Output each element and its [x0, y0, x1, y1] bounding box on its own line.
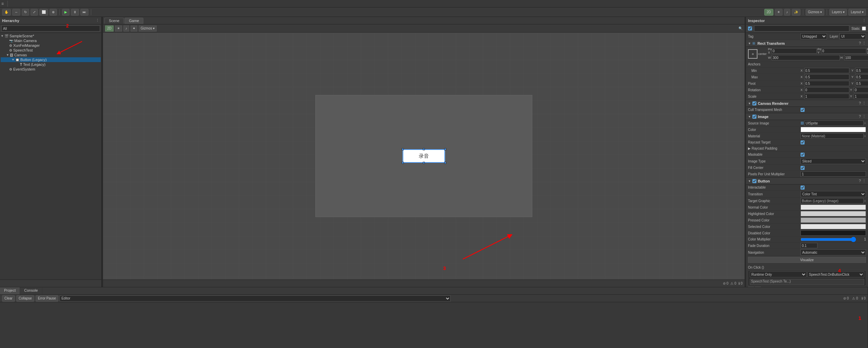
- object-active-checkbox[interactable]: [748, 26, 752, 31]
- transition-select[interactable]: Color Tint: [801, 191, 866, 197]
- clear-btn[interactable]: Clear: [2, 295, 15, 302]
- editor-select[interactable]: Editor: [60, 295, 450, 302]
- scale-y[interactable]: [854, 94, 868, 99]
- color-multiplier-slider[interactable]: [801, 237, 856, 241]
- play-btn[interactable]: ▶: [62, 9, 70, 16]
- button-in-scene[interactable]: 录音: [403, 149, 445, 163]
- tree-item-eventsystem[interactable]: ▶ ⚙ EventSystem: [1, 67, 101, 72]
- project-tab[interactable]: Project: [0, 287, 20, 294]
- rect-transform-header[interactable]: ▼ ⊞ Rect Transform ? ⋮: [746, 40, 868, 47]
- disabled-color-swatch[interactable]: [801, 230, 866, 236]
- pivot-y[interactable]: [855, 81, 868, 86]
- rotate-tool-btn[interactable]: ↻: [22, 9, 29, 16]
- normal-color-swatch[interactable]: [801, 205, 866, 210]
- console-tab[interactable]: Console: [20, 287, 42, 294]
- inspector-menu-btn[interactable]: ⋮: [862, 18, 866, 23]
- image-enable[interactable]: [752, 115, 756, 119]
- width[interactable]: [772, 55, 840, 60]
- anchor-max-y[interactable]: [855, 74, 868, 80]
- scene-fx-btn[interactable]: ✦: [131, 25, 137, 32]
- handle-br[interactable]: [444, 162, 446, 164]
- scene-tab-game[interactable]: Game: [124, 18, 143, 24]
- handle-tm[interactable]: [423, 148, 425, 150]
- 2d-btn[interactable]: 2D: [764, 9, 773, 16]
- image-header[interactable]: ▼ Image ?⋮: [746, 113, 868, 120]
- button-header[interactable]: ▼ Button ?⋮: [746, 178, 868, 185]
- source-image-picker[interactable]: ○: [864, 121, 866, 125]
- image-type-select[interactable]: Sliced: [801, 158, 866, 164]
- cull-checkbox[interactable]: [801, 108, 805, 112]
- collapse-btn[interactable]: Collapse: [16, 295, 34, 302]
- tag-select[interactable]: Untagged: [801, 33, 827, 39]
- rot-x[interactable]: [804, 87, 849, 93]
- layer-select[interactable]: UI: [840, 33, 866, 39]
- scene-gizmos-btn[interactable]: Gizmos ▾: [139, 25, 157, 32]
- material-field[interactable]: None (Material): [801, 133, 864, 139]
- error-pause-btn[interactable]: Error Pause: [36, 295, 58, 302]
- pressed-color-swatch[interactable]: [801, 217, 866, 223]
- scene-audio-btn[interactable]: ♪: [123, 25, 129, 32]
- button-enable[interactable]: [752, 179, 756, 183]
- height[interactable]: [844, 55, 868, 60]
- lighting-btn[interactable]: ☀: [775, 9, 783, 16]
- tree-item-xunfeimanager[interactable]: ▶ ⚙ XunFeiManager: [1, 43, 101, 48]
- scale-x[interactable]: [804, 94, 849, 99]
- scene-2d-toggle[interactable]: 2D: [105, 25, 114, 32]
- tree-item-speechtest[interactable]: ▶ ⚙ SpeechTest: [1, 48, 101, 53]
- tree-item-text-legacy[interactable]: ▶ T Text (Legacy): [1, 62, 101, 67]
- navigation-select[interactable]: Automatic: [801, 249, 866, 255]
- gizmos-btn[interactable]: Gizmos ▾: [806, 9, 825, 16]
- function-select[interactable]: SpeechTest.OnButtonClick: [807, 271, 864, 277]
- rect-tool-btn[interactable]: ⬜: [39, 9, 48, 16]
- pause-btn[interactable]: ⏸: [71, 9, 79, 16]
- object-name-input[interactable]: Button (Legacy): [754, 25, 849, 32]
- handle-tl[interactable]: [402, 148, 404, 150]
- image-color-swatch[interactable]: [801, 127, 866, 132]
- highlighted-color-swatch[interactable]: [801, 211, 866, 216]
- fade-duration-input[interactable]: [801, 243, 817, 248]
- canvas-renderer-header[interactable]: ▼ Canvas Renderer ?⋮: [746, 100, 868, 107]
- tree-item-button-legacy[interactable]: ▼ 🔲 Button (Legacy): [1, 57, 101, 62]
- visualize-btn[interactable]: Visualize: [748, 257, 866, 263]
- target-graphic-picker[interactable]: ○: [864, 199, 866, 202]
- handle-bl[interactable]: [402, 162, 404, 164]
- step-btn[interactable]: ⏭: [80, 9, 88, 16]
- tree-item-samplescene[interactable]: ▼ 🎬 SampleScene*: [1, 34, 101, 38]
- scene-tab-scene[interactable]: Scene: [104, 18, 124, 24]
- onclick-obj-field[interactable]: SpeechTest (Speech Te...): [750, 279, 864, 285]
- anchor-min-y[interactable]: [855, 68, 868, 73]
- hierarchy-search[interactable]: [1, 25, 100, 32]
- tree-item-canvas[interactable]: ▼ 🖼 Canvas: [1, 53, 101, 57]
- pos-y[interactable]: [821, 48, 866, 54]
- tree-item-maincamera[interactable]: ▶ 📷 Main Camera: [1, 38, 101, 43]
- hand-tool-btn[interactable]: ✋: [2, 9, 11, 16]
- selected-color-swatch[interactable]: [801, 224, 866, 229]
- scene-view[interactable]: 录音 3: [103, 33, 745, 279]
- handle-tr[interactable]: [444, 148, 446, 150]
- rot-y[interactable]: [854, 87, 868, 93]
- pos-x[interactable]: [772, 48, 817, 54]
- layers-btn[interactable]: Layers ▾: [829, 9, 847, 16]
- anchor-min-x[interactable]: [804, 68, 849, 73]
- pixels-unit-input[interactable]: [801, 171, 866, 177]
- pivot-x[interactable]: [804, 81, 849, 86]
- handle-bm[interactable]: [423, 162, 425, 164]
- anchor-max-x[interactable]: [804, 74, 849, 80]
- transform-tool-btn[interactable]: ⊕: [50, 9, 57, 16]
- move-tool-btn[interactable]: ↔: [12, 9, 20, 16]
- interactable-checkbox[interactable]: [801, 186, 805, 190]
- hierarchy-menu-btn[interactable]: ⋮: [96, 18, 99, 23]
- raycast-target-checkbox[interactable]: [801, 140, 805, 144]
- canvas-renderer-enable[interactable]: [752, 101, 756, 105]
- layout-btn[interactable]: Layout ▾: [848, 9, 866, 16]
- runtime-only-select[interactable]: Runtime Only: [750, 271, 807, 277]
- static-checkbox[interactable]: [862, 26, 866, 31]
- source-image-input[interactable]: [804, 120, 864, 126]
- fx-btn[interactable]: ✨: [792, 9, 801, 16]
- material-picker[interactable]: ○: [864, 134, 866, 138]
- scale-tool-btn[interactable]: ⤢: [31, 9, 38, 16]
- maskable-checkbox[interactable]: [801, 153, 805, 157]
- audio-btn[interactable]: ♪: [784, 9, 790, 16]
- scene-lighting-btn[interactable]: ☀: [115, 25, 122, 32]
- inspector-scroll[interactable]: ▼ ⊞ Rect Transform ? ⋮ ⊕ center: [746, 40, 868, 287]
